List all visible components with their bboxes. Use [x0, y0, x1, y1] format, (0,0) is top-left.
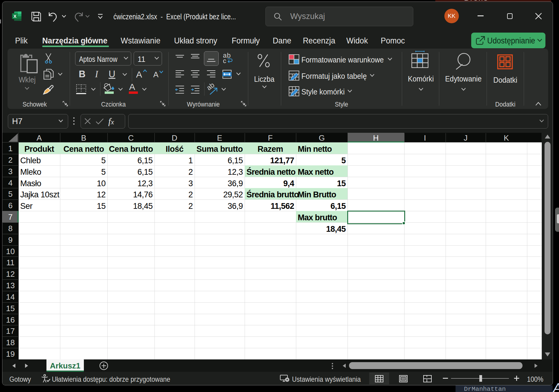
svg-text:X: X [13, 14, 16, 19]
